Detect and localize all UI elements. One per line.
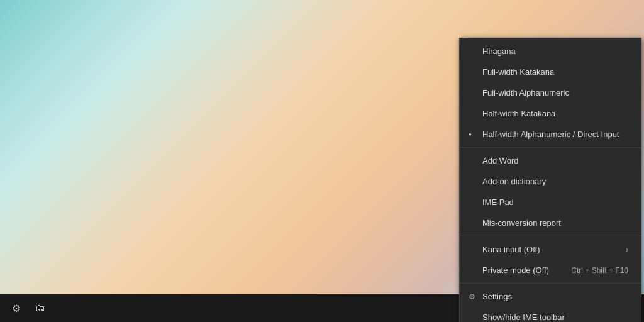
menu-item-kana-input[interactable]: Kana input (Off)› [460,239,641,260]
menu-item-full-width-katakana[interactable]: Full-width Katakana [460,62,641,82]
menu-shortcut-private-mode: Ctrl + Shift + F10 [571,266,628,275]
menu-label-full-width-alphanumeric: Full-width Alphanumeric [482,88,569,97]
menu-label-half-width-katakana: Half-width Katakana [482,109,555,118]
menu-label-addon-dictionary: Add-on dictionary [482,177,546,186]
file-manager-taskbar-icon[interactable]: 🗂 [29,297,52,319]
menu-item-mis-conversion[interactable]: Mis-conversion report [460,213,641,233]
menu-separator-sep1 [460,147,641,148]
menu-item-private-mode[interactable]: Private mode (Off)Ctrl + Shift + F10 [460,260,641,280]
menu-separator-sep2 [460,236,641,236]
menu-label-half-width-alphanumeric: Half-width Alphanumeric / Direct Input [482,130,619,139]
menu-label-add-word: Add Word [482,156,519,165]
settings-taskbar-icon[interactable]: ⚙ [5,297,28,319]
menu-label-hiragana: Hiragana [482,47,516,56]
menu-label-settings: Settings [482,292,512,301]
menu-submenu-arrow-kana-input: › [626,245,628,254]
context-menu: HiraganaFull-width KatakanaFull-width Al… [459,38,641,322]
menu-label-mis-conversion: Mis-conversion report [482,218,561,228]
menu-label-kana-input: Kana input (Off) [482,245,540,254]
menu-item-add-word[interactable]: Add Word [460,150,641,171]
menu-label-show-hide-toolbar: Show/hide IME toolbar [482,313,565,322]
settings-gear-icon: ⚙ [469,292,475,301]
menu-item-half-width-katakana[interactable]: Half-width Katakana [460,103,641,124]
menu-label-ime-pad: IME Pad [482,197,514,207]
menu-separator-sep3 [460,283,641,284]
menu-item-half-width-alphanumeric[interactable]: Half-width Alphanumeric / Direct Input [460,124,641,145]
menu-item-addon-dictionary[interactable]: Add-on dictionary [460,171,641,192]
menu-item-hiragana[interactable]: Hiragana [460,41,641,62]
menu-item-settings[interactable]: ⚙Settings [460,286,641,307]
menu-item-full-width-alphanumeric[interactable]: Full-width Alphanumeric [460,82,641,103]
menu-item-show-hide-toolbar[interactable]: Show/hide IME toolbar [460,307,641,322]
menu-label-full-width-katakana: Full-width Katakana [482,67,554,77]
menu-item-ime-pad[interactable]: IME Pad [460,192,641,213]
menu-label-private-mode: Private mode (Off) [482,265,549,275]
